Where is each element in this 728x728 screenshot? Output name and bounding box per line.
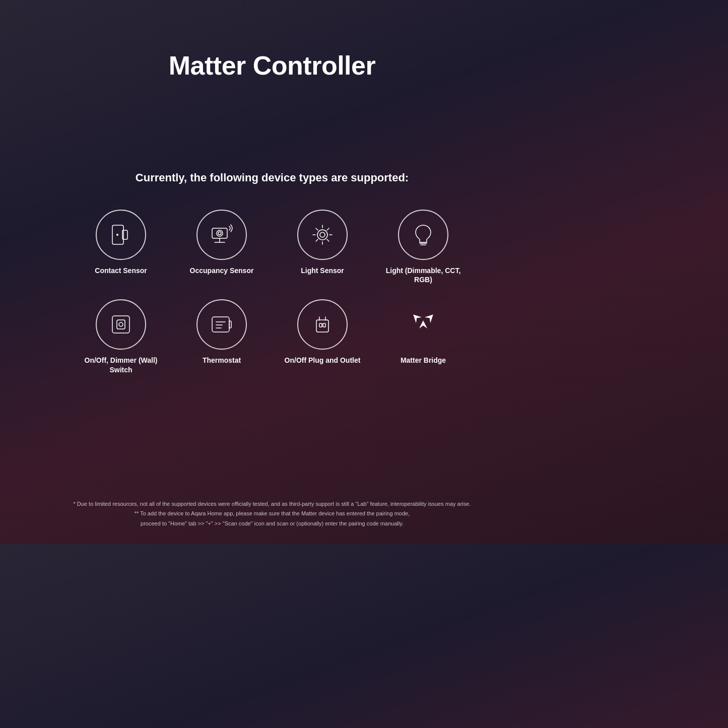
wall-switch-label: On/Off, Dimmer (Wall) Switch <box>76 356 166 374</box>
matter-bridge-icon-circle <box>398 299 448 350</box>
footnote3: proceed to "Home" tab >> "+" >> "Scan co… <box>30 519 514 529</box>
svg-point-6 <box>217 230 223 236</box>
device-item-light-sensor: Light Sensor <box>277 210 368 284</box>
subtitle: Currently, the following device types ar… <box>136 171 409 184</box>
footnotes: * Due to limited resources, not all of t… <box>0 499 544 529</box>
device-item-wall-switch: On/Off, Dimmer (Wall) Switch <box>76 299 166 374</box>
svg-point-2 <box>116 234 118 236</box>
device-item-thermostat: Thermostat <box>176 299 267 374</box>
page-title: Matter Controller <box>169 50 375 81</box>
svg-rect-32 <box>323 323 325 327</box>
svg-line-14 <box>327 239 329 241</box>
svg-rect-20 <box>112 316 129 333</box>
occupancy-sensor-label: Occupancy Sensor <box>190 266 254 275</box>
plug-outlet-icon <box>309 311 336 338</box>
svg-line-15 <box>327 228 329 230</box>
svg-line-16 <box>316 239 318 241</box>
thermostat-icon <box>208 311 235 338</box>
device-item-contact-sensor: Contact Sensor <box>76 210 166 284</box>
matter-bridge-label: Matter Bridge <box>401 356 446 365</box>
occupancy-sensor-icon <box>208 221 235 248</box>
svg-rect-28 <box>316 320 328 332</box>
light-rgb-icon-circle <box>398 210 448 260</box>
plug-outlet-icon-circle <box>297 299 348 350</box>
footnote1: * Due to limited resources, not all of t… <box>30 499 514 509</box>
svg-point-17 <box>320 232 325 237</box>
plug-outlet-label: On/Off Plug and Outlet <box>285 356 361 365</box>
light-rgb-label: Light (Dimmable, CCT, RGB) <box>378 266 469 284</box>
device-item-occupancy-sensor: Occupancy Sensor <box>176 210 267 284</box>
light-rgb-icon <box>410 221 437 248</box>
occupancy-sensor-icon-circle <box>196 210 247 260</box>
svg-point-7 <box>218 232 221 235</box>
svg-rect-31 <box>319 323 322 327</box>
svg-point-8 <box>317 230 327 240</box>
device-item-plug-outlet: On/Off Plug and Outlet <box>277 299 368 374</box>
footnote2: ** To add the device to Aqara Home app, … <box>30 509 514 519</box>
matter-bridge-icon <box>403 304 443 345</box>
device-item-matter-bridge: Matter Bridge <box>378 299 469 374</box>
svg-marker-33 <box>419 320 427 328</box>
light-sensor-icon-circle <box>297 210 348 260</box>
svg-rect-24 <box>229 321 231 328</box>
wall-switch-icon <box>107 311 135 338</box>
wall-switch-icon-circle <box>96 299 146 350</box>
light-sensor-icon <box>309 221 336 248</box>
svg-rect-23 <box>212 317 229 332</box>
svg-marker-34 <box>411 312 422 323</box>
svg-rect-21 <box>117 320 125 329</box>
svg-point-22 <box>119 322 123 326</box>
device-item-light-rgb: Light (Dimmable, CCT, RGB) <box>378 210 469 284</box>
light-sensor-label: Light Sensor <box>301 266 344 275</box>
svg-line-13 <box>316 228 318 230</box>
contact-sensor-icon-circle <box>96 210 146 260</box>
svg-marker-35 <box>425 312 436 323</box>
svg-rect-3 <box>212 228 227 238</box>
devices-grid: Contact Sensor Occupancy Sensor <box>76 210 469 374</box>
thermostat-icon-circle <box>196 299 247 350</box>
thermostat-label: Thermostat <box>203 356 241 365</box>
contact-sensor-icon <box>107 221 135 248</box>
contact-sensor-label: Contact Sensor <box>95 266 147 275</box>
